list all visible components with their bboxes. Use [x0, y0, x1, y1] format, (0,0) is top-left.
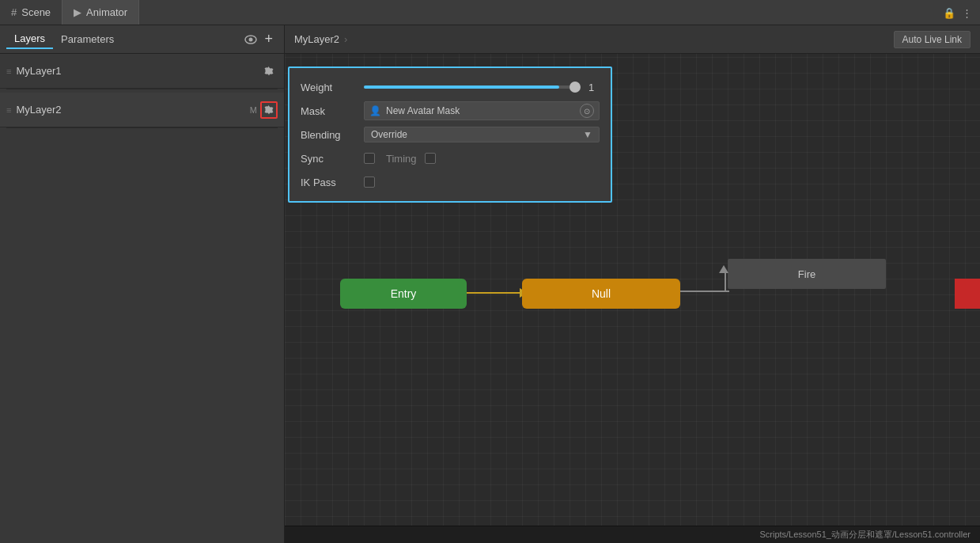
- blending-value-container: Override ▼: [364, 127, 600, 142]
- titlebar-actions: 🔒 ⋮: [943, 6, 972, 18]
- null-node[interactable]: Null: [522, 279, 680, 309]
- weight-slider[interactable]: [364, 85, 581, 89]
- scene-tab-label: Scene: [21, 6, 51, 18]
- breadcrumb-arrow-icon: ›: [344, 33, 347, 45]
- left-panel: Layers Parameters + ≡ MyLayer1 ≡ MyLayer…: [0, 25, 285, 543]
- sync-row: Sync Timing: [301, 147, 600, 169]
- fire-node[interactable]: Fire: [728, 259, 886, 289]
- null-node-label: Null: [592, 287, 611, 300]
- blending-dropdown[interactable]: Override ▼: [364, 127, 600, 142]
- layer-name: MyLayer1: [16, 65, 260, 77]
- layer-settings-active-button[interactable]: [260, 101, 278, 119]
- weight-slider-fill: [364, 85, 559, 89]
- svg-point-1: [249, 37, 253, 41]
- timing-checkbox[interactable]: [425, 153, 436, 164]
- sync-label: Sync: [301, 153, 364, 165]
- right-topbar: MyLayer2 › Auto Live Link: [285, 25, 980, 54]
- status-bar: Scripts/Lesson51_动画分层和遮罩/Lesson51.contro…: [285, 526, 980, 543]
- weight-value-container: 1: [364, 82, 600, 93]
- weight-label: Weight: [301, 82, 364, 93]
- layer-name: MyLayer2: [16, 104, 249, 116]
- title-bar: # Scene ▶ Animator 🔒 ⋮: [0, 0, 980, 25]
- add-layer-button[interactable]: +: [259, 31, 278, 47]
- avatar-icon: 👤: [369, 105, 381, 116]
- fire-node-label: Fire: [798, 268, 815, 280]
- null-to-fire-arrow-h: [680, 290, 729, 292]
- mask-value-container: 👤 New Avatar Mask ⊙: [364, 101, 600, 120]
- mask-name: New Avatar Mask: [386, 105, 460, 116]
- layer-row[interactable]: ≡ MyLayer2 M: [0, 93, 284, 127]
- mask-field[interactable]: 👤 New Avatar Mask ⊙: [364, 101, 600, 120]
- null-to-fire-arrow-v: [725, 271, 726, 292]
- entry-node-label: Entry: [391, 287, 417, 300]
- animator-tab-label: Animator: [86, 6, 127, 18]
- sync-checkbox[interactable]: [364, 153, 375, 164]
- blending-value: Override: [371, 129, 407, 140]
- animator-icon: ▶: [74, 6, 81, 18]
- lock-icon[interactable]: 🔒: [943, 6, 955, 18]
- layer-m-indicator: M: [250, 105, 257, 115]
- entry-node[interactable]: Entry: [340, 279, 467, 309]
- animator-tab[interactable]: ▶ Animator: [62, 0, 139, 25]
- scene-icon: #: [11, 6, 17, 18]
- breadcrumb-item: MyLayer2: [294, 33, 339, 45]
- mask-label: Mask: [301, 105, 364, 117]
- scene-tab[interactable]: # Scene: [0, 0, 62, 25]
- mask-row: Mask 👤 New Avatar Mask ⊙: [301, 100, 600, 122]
- drag-handle-icon: ≡: [6, 105, 11, 115]
- layer-settings-button[interactable]: [260, 63, 278, 80]
- tab-parameters[interactable]: Parameters: [53, 30, 122, 48]
- main-layout: Layers Parameters + ≡ MyLayer1 ≡ MyLayer…: [0, 25, 980, 543]
- blending-row: Blending Override ▼: [301, 123, 600, 146]
- weight-row: Weight 1: [301, 76, 600, 98]
- ikpass-checkbox[interactable]: [364, 177, 375, 188]
- drag-handle-icon: ≡: [6, 66, 11, 76]
- tab-layers[interactable]: Layers: [6, 29, 53, 49]
- blending-label: Blending: [301, 129, 364, 141]
- layer-row[interactable]: ≡ MyLayer1: [0, 54, 284, 89]
- entry-to-null-arrow: [467, 292, 522, 294]
- status-path: Scripts/Lesson51_动画分层和遮罩/Lesson51.contro…: [759, 529, 971, 541]
- mask-select-button[interactable]: ⊙: [580, 104, 594, 118]
- null-to-fire-arrowhead: [719, 265, 728, 273]
- left-header: Layers Parameters +: [0, 25, 284, 54]
- right-panel: MyLayer2 › Auto Live Link Weight 1: [285, 25, 980, 543]
- settings-popup: Weight 1 Mask 👤 New Avatar Mask ⊙: [288, 66, 612, 203]
- timing-label: Timing: [386, 153, 417, 165]
- breadcrumb: MyLayer2 ›: [294, 33, 347, 45]
- dropdown-arrow-icon: ▼: [583, 129, 592, 140]
- ikpass-label: IK Pass: [301, 177, 364, 188]
- menu-icon[interactable]: ⋮: [962, 6, 972, 18]
- red-node[interactable]: [955, 279, 980, 309]
- ikpass-row: IK Pass: [301, 171, 600, 193]
- weight-number: 1: [588, 82, 600, 93]
- visibility-toggle[interactable]: [242, 31, 259, 48]
- weight-slider-thumb: [569, 82, 581, 93]
- auto-live-link-button[interactable]: Auto Live Link: [894, 31, 971, 48]
